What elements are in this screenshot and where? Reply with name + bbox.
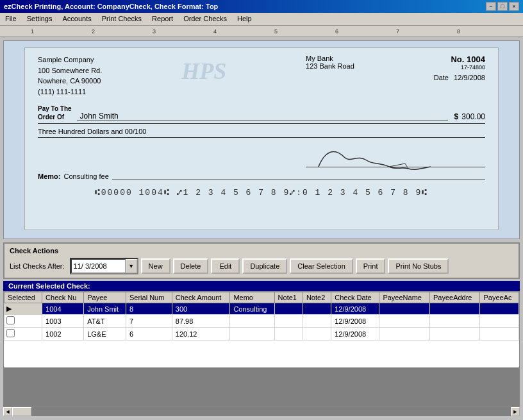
edit-button[interactable]: Edit <box>211 258 240 274</box>
check-date-row: Date 12/9/2008 <box>434 74 485 81</box>
col-payee-addr: PayeeAddre <box>429 292 480 303</box>
delete-button[interactable]: Delete <box>173 258 209 274</box>
written-amount: Three Hundred Dollars and 00/100 <box>38 128 485 138</box>
actions-row: List Checks After: 11/ 3/2008 ▼ New Dele… <box>10 258 513 274</box>
serial-cell: 7 <box>126 315 172 328</box>
date-dropdown-button[interactable]: ▼ <box>126 259 137 273</box>
date-input-container[interactable]: 11/ 3/2008 ▼ <box>70 258 138 274</box>
ruler-label-4: 4 <box>213 28 217 35</box>
note1-cell <box>274 328 303 340</box>
clear-selection-button[interactable]: Clear Selection <box>290 258 353 274</box>
check-actions-title: Check Actions <box>10 247 513 255</box>
check-number: No. 1004 <box>434 55 485 64</box>
col-date: Check Date <box>331 292 379 303</box>
col-payee-ac: PayeeAc <box>480 292 519 303</box>
payee-ac-cell <box>480 328 519 340</box>
ruler: 1 2 3 4 5 6 7 8 <box>0 26 523 37</box>
row-checkbox[interactable] <box>6 316 15 324</box>
check-paper: Sample Company 100 Somewhere Rd. Nowhere… <box>24 47 499 230</box>
menu-report[interactable]: Report <box>147 14 178 24</box>
menu-print-checks[interactable]: Print Checks <box>97 14 147 24</box>
col-note1: Note1 <box>274 292 303 303</box>
horizontal-scrollbar[interactable]: ◄ ► <box>3 407 520 416</box>
check-table: Selected Check Nu Payee Serial Num Check… <box>4 292 519 340</box>
scroll-thumb[interactable] <box>12 407 31 416</box>
check-display-area: Sample Company 100 Somewhere Rd. Nowhere… <box>3 40 520 239</box>
col-note2: Note2 <box>303 292 331 303</box>
date-cell: 12/9/2008 <box>331 315 379 328</box>
row-pointer-cell: ▶ <box>4 303 42 315</box>
duplicate-button[interactable]: Duplicate <box>242 258 287 274</box>
ruler-label-7: 7 <box>396 28 399 35</box>
note2-cell <box>303 315 331 328</box>
check-num-cell: 1003 <box>42 315 84 328</box>
payee-ac-cell <box>480 315 519 328</box>
close-button[interactable]: × <box>509 2 519 11</box>
payee-cell: John Smit <box>84 303 126 315</box>
check-table-container[interactable]: Selected Check Nu Payee Serial Num Check… <box>3 291 520 368</box>
scroll-track[interactable] <box>12 407 511 416</box>
pay-label: Pay To TheOrder Of <box>38 105 72 121</box>
amount-cell: 300 <box>172 303 230 315</box>
scroll-left-button[interactable]: ◄ <box>3 407 12 416</box>
minimize-button[interactable]: − <box>486 2 496 11</box>
company-name: Sample Company <box>38 55 102 65</box>
title-bar: ezCheck Printing, Account: CompanyCheck,… <box>0 0 523 13</box>
table-row[interactable]: 1002LG&E6120.1212/9/2008 <box>4 328 519 340</box>
routing-number: 17-74800 <box>434 64 485 71</box>
payee-name-cell <box>379 328 430 340</box>
hps-logo: HPS <box>181 58 226 97</box>
col-amount: Check Amount <box>172 292 230 303</box>
print-no-stubs-button[interactable]: Print No Stubs <box>388 258 449 274</box>
row-checkbox[interactable] <box>6 329 15 337</box>
amount-section: $ 300.00 <box>454 112 485 121</box>
scroll-right-button[interactable]: ► <box>511 407 520 416</box>
selected-check-bar: Current Selected Check: <box>3 281 520 291</box>
date-cell: 12/9/2008 <box>331 328 379 340</box>
date-cell: 12/9/2008 <box>331 303 379 315</box>
serial-cell: 6 <box>126 328 172 340</box>
title-text: ezCheck Printing, Account: CompanyCheck,… <box>4 3 218 10</box>
payee-addr-cell <box>429 315 480 328</box>
company-address1: 100 Somewhere Rd. <box>38 65 102 76</box>
maximize-button[interactable]: □ <box>497 2 508 11</box>
payee-cell: LG&E <box>84 328 126 340</box>
date-label: Date <box>434 74 449 81</box>
check-date-value: 12/9/2008 <box>454 74 485 81</box>
dollar-sign: $ <box>454 112 459 121</box>
menu-settings[interactable]: Settings <box>22 14 58 24</box>
list-checks-label: List Checks After: <box>10 262 65 270</box>
payee-addr-cell <box>429 328 480 340</box>
bank-info: My Bank 123 Bank Road <box>306 55 354 97</box>
table-row[interactable]: ▶1004John Smit8300Consulting12/9/2008 <box>4 303 519 315</box>
ruler-label-6: 6 <box>335 28 338 35</box>
menu-accounts[interactable]: Accounts <box>57 14 96 24</box>
payee-cell: AT&T <box>84 315 126 328</box>
col-check-num: Check Nu <box>42 292 84 303</box>
note2-cell <box>303 328 331 340</box>
note1-cell <box>274 315 303 328</box>
menu-file[interactable]: File <box>0 14 22 24</box>
menu-help[interactable]: Help <box>232 14 257 24</box>
date-input[interactable]: 11/ 3/2008 <box>71 259 126 273</box>
check-amount: 300.00 <box>461 112 485 121</box>
ruler-label-8: 8 <box>457 28 460 35</box>
micr-line: ⑆00000 1004⑆ ⑇1 2 3 4 5 6 7 8 9⑇:0 1 2 3… <box>38 188 485 197</box>
company-info: Sample Company 100 Somewhere Rd. Nowhere… <box>38 55 102 97</box>
window-controls[interactable]: − □ × <box>486 2 519 11</box>
signature-area <box>38 147 485 167</box>
menu-order-checks[interactable]: Order Checks <box>178 14 232 24</box>
new-button[interactable]: New <box>141 258 170 274</box>
bank-name: My Bank <box>306 55 354 62</box>
table-row[interactable]: 1003AT&T787.9812/9/2008 <box>4 315 519 328</box>
signature-svg <box>312 144 440 173</box>
memo-cell <box>230 315 274 328</box>
print-button[interactable]: Print <box>356 258 386 274</box>
col-payee-name: PayeeName <box>379 292 430 303</box>
memo-underline <box>112 180 485 180</box>
check-actions-panel: Check Actions List Checks After: 11/ 3/2… <box>3 242 520 279</box>
amount-cell: 120.12 <box>172 328 230 340</box>
check-num-cell: 1002 <box>42 328 84 340</box>
memo-cell: Consulting <box>230 303 274 315</box>
payee-ac-cell <box>480 303 519 315</box>
